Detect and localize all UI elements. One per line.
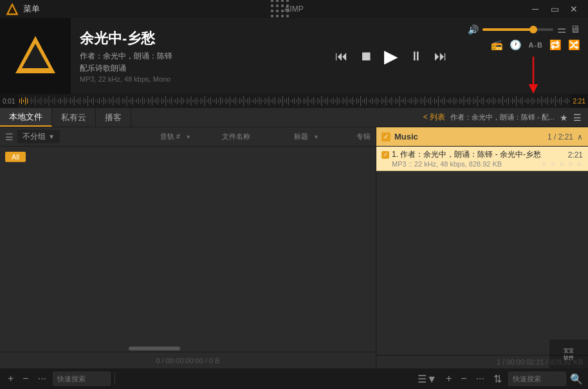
progress-bar[interactable]: 0:01 [0, 94, 588, 108]
svg-rect-278 [538, 98, 538, 104]
svg-rect-85 [161, 98, 162, 104]
svg-rect-220 [425, 96, 425, 105]
tab-local-files[interactable]: 本地文件 [0, 108, 52, 127]
ab-button[interactable]: A-B [528, 41, 543, 49]
playlist-more-button[interactable]: ··· [473, 373, 487, 384]
svg-rect-257 [497, 100, 497, 102]
svg-rect-266 [514, 99, 515, 103]
minimize-button[interactable]: ─ [526, 2, 544, 16]
time-total: 2:21 [573, 98, 585, 105]
nav-star-button[interactable]: ★ [560, 113, 568, 123]
svg-rect-117 [224, 100, 225, 102]
all-filter-badge[interactable]: All [5, 152, 26, 162]
time-current: 0:01 [3, 98, 15, 105]
svg-rect-75 [142, 97, 143, 105]
playlist-move-button[interactable]: ⇅ [491, 373, 504, 385]
svg-rect-135 [259, 97, 259, 105]
svg-rect-125 [239, 98, 240, 104]
svg-rect-33 [60, 98, 61, 104]
svg-rect-138 [265, 98, 266, 104]
svg-rect-201 [387, 100, 388, 102]
group-select-dropdown[interactable]: 不分组 ▼ [17, 130, 60, 143]
tab-podcast[interactable]: 播客 [96, 108, 131, 127]
prev-button[interactable]: ⏮ [335, 49, 348, 64]
svg-rect-69 [131, 98, 131, 104]
playlist-add-button[interactable]: + [443, 373, 454, 384]
item-rating[interactable]: ○ ○ ○ ○ ○ [542, 160, 583, 168]
svg-rect-148 [284, 100, 285, 102]
add-files-button[interactable]: + [5, 373, 16, 384]
svg-rect-180 [347, 96, 347, 105]
menu-button[interactable]: 菜单 [23, 3, 40, 15]
playlist-collapse-button[interactable]: ∧ [577, 132, 583, 141]
svg-rect-51 [95, 100, 96, 102]
list-toggle-button[interactable]: < 列表 [423, 112, 445, 123]
svg-rect-48 [89, 100, 90, 102]
nav-menu-button[interactable]: ☰ [573, 113, 582, 123]
shuffle-button[interactable]: 🔀 [568, 39, 580, 51]
svg-rect-22 [48, 96, 49, 106]
list-item[interactable]: ✓ 1. 作者：余光中，朗诵：陈铎 - 余光中-乡愁 2:21 MP3 :: 2… [376, 147, 588, 171]
close-button[interactable]: ✕ [565, 2, 583, 16]
svg-rect-290 [561, 97, 562, 105]
svg-rect-191 [368, 100, 369, 102]
svg-rect-246 [475, 99, 476, 103]
playlist-search-input[interactable] [508, 372, 566, 386]
svg-rect-252 [487, 99, 488, 103]
svg-rect-157 [302, 100, 302, 102]
svg-rect-155 [298, 97, 299, 105]
svg-rect-210 [405, 97, 406, 105]
svg-rect-163 [313, 97, 314, 105]
radio-icon[interactable]: 📻 [491, 39, 503, 51]
clock-icon[interactable]: 🕐 [510, 39, 522, 51]
svg-rect-29 [23, 100, 24, 102]
svg-rect-259 [501, 99, 501, 103]
play-button[interactable]: ▶ [384, 46, 398, 67]
maximize-button[interactable]: ▭ [546, 2, 564, 16]
svg-rect-102 [195, 98, 196, 104]
library-stats: 0 / 00:00:00:00 / 0 B [156, 357, 219, 365]
playlist-remove-button[interactable]: − [458, 373, 469, 384]
svg-rect-60 [113, 96, 113, 105]
svg-rect-225 [434, 98, 435, 104]
playlist-sort-button[interactable]: ☰▼ [415, 373, 439, 385]
svg-rect-104 [199, 100, 199, 102]
pause-button[interactable]: ⏸ [410, 49, 423, 64]
svg-rect-36 [66, 98, 67, 104]
search-icon[interactable]: 🔍 [570, 373, 583, 385]
svg-rect-61 [115, 100, 115, 102]
svg-rect-231 [446, 100, 446, 102]
playback-mode-buttons: 📻 🕐 A-B 🔁 🔀 [491, 39, 580, 51]
volume-slider[interactable] [482, 28, 553, 31]
track-desc: 配乐诗歌朗诵 [80, 63, 313, 74]
svg-rect-265 [512, 98, 513, 104]
horizontal-scrollbar[interactable] [0, 345, 376, 352]
playlist-checkbox[interactable]: ✓ [381, 132, 390, 141]
svg-rect-168 [323, 100, 324, 102]
more-options-button[interactable]: ··· [35, 373, 49, 384]
svg-rect-147 [282, 96, 283, 106]
stop-button[interactable]: ⏹ [360, 49, 372, 64]
quick-search-input[interactable] [53, 372, 111, 386]
item-checkbox[interactable]: ✓ [381, 151, 389, 159]
svg-rect-165 [317, 98, 318, 104]
svg-rect-96 [183, 98, 183, 104]
svg-rect-161 [309, 100, 310, 102]
repeat-button[interactable]: 🔁 [549, 39, 562, 51]
svg-rect-280 [542, 96, 542, 105]
tab-private-cloud[interactable]: 私有云 [52, 108, 96, 127]
equalizer-icon[interactable]: ⚌ [557, 23, 566, 35]
svg-rect-43 [80, 97, 80, 105]
svg-rect-109 [208, 98, 209, 104]
svg-rect-63 [118, 97, 119, 105]
svg-rect-164 [315, 100, 316, 102]
svg-rect-221 [427, 100, 427, 102]
transport-controls: ⏮ ⏹ ▶ ⏸ ⏭ [322, 18, 460, 94]
svg-rect-151 [290, 100, 291, 102]
next-button[interactable]: ⏭ [434, 49, 447, 64]
window-title: AIMP [284, 5, 303, 14]
monitor-icon[interactable]: 🖥 [570, 24, 580, 35]
remove-files-button[interactable]: − [20, 373, 31, 384]
svg-rect-88 [167, 100, 168, 102]
svg-rect-137 [263, 100, 264, 102]
